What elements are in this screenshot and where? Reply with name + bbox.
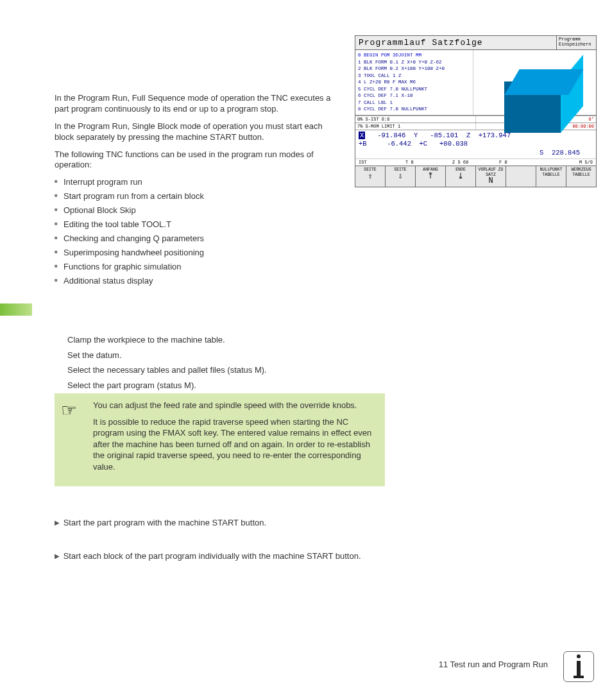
footer-text: 11 Test run and Program Run [439,660,548,669]
para1: In the Program Run, Full Sequence mode o… [55,93,337,115]
bullet: Optional Block Skip [55,205,337,216]
bullet: Additional status display [55,276,337,287]
softkey[interactable]: VORLAUF ZU SATZN [475,166,506,186]
softkey-row: SEITE⇧ SEITE⇩ ANFANG⤒ ENDE⤓ VORLAUF ZU S… [355,166,596,186]
action-single: ▶ Start each block of the part program i… [55,551,388,562]
cnc-screenshot: Programmlauf Satzfolge Programm Einspeic… [355,35,597,187]
bullet: Interrupt program run [55,177,337,188]
triangle-icon: ▶ [55,552,61,561]
workpiece-cube [499,69,586,140]
small-status-row: IST T 0 Z S 60 F 0 M 5/9 [355,158,596,166]
bullet: Start program run from a certain block [55,191,337,202]
screen-side-title: Programm Einspeichern [556,36,596,49]
bullet: Editing the tool table TOOL.T [55,219,337,230]
hand-icon: ☞ [61,398,77,423]
softkey[interactable]: SEITE⇩ [385,166,415,186]
softkey[interactable]: ENDE⤓ [445,166,475,186]
step: Set the datum. [67,349,337,362]
action-text: Start the part program with the machine … [64,517,378,529]
note-box: ☞ You can adjust the feed rate and spind… [55,393,385,486]
note-p1: You can adjust the feed rate and spindle… [93,400,376,411]
program-listing: 0 BEGIN PGM 3DJOINT MM 1 BLK FORM 0.1 Z … [355,50,473,115]
action-text: Start each block of the part program ind… [64,551,378,562]
step: Select the part program (status M). [67,379,337,392]
intro-text: In the Program Run, Full Sequence mode o… [55,93,337,289]
function-list: Interrupt program run Start program run … [55,177,337,286]
triangle-icon: ▶ [55,518,61,527]
bullet: Functions for graphic simulation [55,262,337,273]
para2: In the Program Run, Single Block mode of… [55,121,337,143]
side-tab [0,303,32,316]
softkey[interactable]: SEITE⇧ [355,166,385,186]
action-full: ▶ Start the part program with the machin… [55,517,388,529]
bullet: Checking and changing Q parameters [55,234,337,244]
graphics-view [473,50,596,115]
screen-title: Programmlauf Satzfolge [355,36,556,49]
softkey[interactable]: NULLPUNKT TABELLE [536,166,566,186]
note-p2: It is possible to reduce the rapid trave… [93,416,376,473]
bullet: Superimposing handwheel positioning [55,248,337,259]
steps-list: Clamp the workpiece to the machine table… [67,334,337,394]
step: Clamp the workpiece to the machine table… [67,334,337,346]
info-icon [563,651,594,682]
softkey[interactable]: WERKZEUG TABELLE [566,166,596,186]
softkey[interactable]: ANFANG⤒ [415,166,445,186]
step: Select the necessary tables and pallet f… [67,364,337,377]
para3: The following TNC functions can be used … [55,149,337,171]
softkey[interactable] [506,166,536,186]
